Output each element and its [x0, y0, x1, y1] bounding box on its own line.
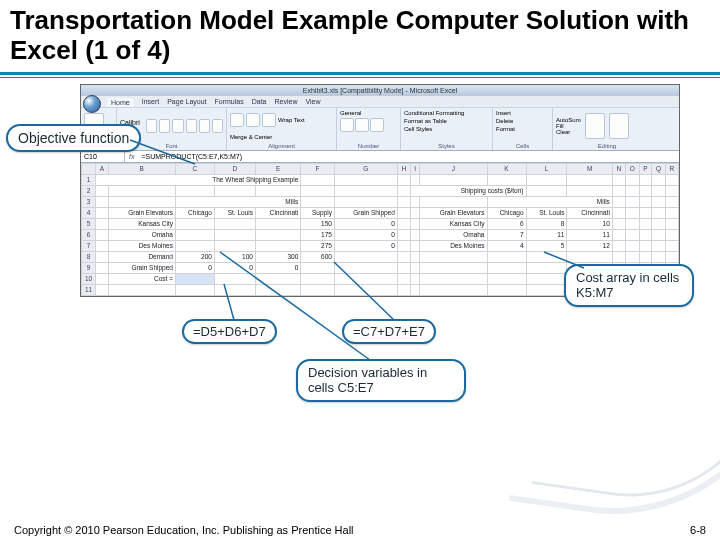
group-editing: Editing — [556, 143, 658, 149]
tab-home[interactable]: Home — [107, 98, 134, 107]
underline-icon[interactable] — [172, 119, 183, 133]
group-styles: Styles — [404, 143, 489, 149]
name-box[interactable]: C10 — [81, 151, 125, 162]
italic-icon[interactable] — [159, 119, 170, 133]
title-rule-thin — [0, 77, 720, 78]
page-number: 6-8 — [690, 524, 706, 536]
cond-format[interactable]: Conditional Formatting — [404, 110, 464, 116]
tab-data[interactable]: Data — [252, 98, 267, 107]
callout-sum-d: =D5+D6+D7 — [182, 319, 277, 344]
fill-color-icon[interactable] — [199, 119, 210, 133]
sort-filter-icon[interactable] — [585, 113, 605, 139]
tab-view[interactable]: View — [305, 98, 320, 107]
format-cells[interactable]: Format — [496, 126, 515, 132]
window-title: Exhibit3.xls [Compatibility Mode] - Micr… — [81, 85, 679, 96]
slide-title: Transportation Model Example Computer So… — [0, 0, 720, 68]
cell-styles[interactable]: Cell Styles — [404, 126, 432, 132]
tab-insert[interactable]: Insert — [142, 98, 160, 107]
align-icon[interactable] — [262, 113, 276, 127]
callout-decision: Decision variables in cells C5:E7 — [296, 359, 466, 402]
formula-input[interactable]: =SUMPRODUCT(C5:E7,K5:M7) — [138, 151, 679, 162]
table-row: 5Kansas City1500Kansas City6810 — [82, 218, 679, 229]
callout-sum-row: =C7+D7+E7 — [342, 319, 436, 344]
group-number: Number — [340, 143, 397, 149]
copyright-text: Copyright © 2010 Pearson Education, Inc.… — [14, 524, 354, 536]
align-icon[interactable] — [230, 113, 244, 127]
bold-icon[interactable] — [146, 119, 157, 133]
ribbon-tabs: Home Insert Page Layout Formulas Data Re… — [81, 96, 679, 107]
font-color-icon[interactable] — [212, 119, 223, 133]
table-row: 4Grain ElevatorsChicagoSt. LouisCincinna… — [82, 207, 679, 218]
number-format[interactable]: General — [340, 110, 361, 116]
delete-cells[interactable]: Delete — [496, 118, 513, 124]
merge-center[interactable]: Merge & Center — [230, 134, 272, 140]
callout-cost-array: Cost array in cells K5:M7 — [564, 264, 694, 307]
office-orb-icon[interactable] — [83, 95, 101, 113]
percent-icon[interactable] — [355, 118, 369, 132]
insert-cells[interactable]: Insert — [496, 110, 511, 116]
callout-objective: Objective function — [6, 124, 141, 152]
clear-btn[interactable]: Clear — [556, 129, 581, 135]
table-row: 2Shipping costs ($/ton) — [82, 185, 679, 196]
table-row: 1The Wheat Shipping Example — [82, 174, 679, 185]
comma-icon[interactable] — [370, 118, 384, 132]
cost-title: Shipping costs ($/ton) — [410, 185, 526, 196]
table-row: 8Demand200100300600 — [82, 251, 679, 262]
tab-review[interactable]: Review — [275, 98, 298, 107]
wrap-text[interactable]: Wrap Text — [278, 117, 305, 123]
table-row: 7Des Moines2750Des Moines4512 — [82, 240, 679, 251]
ribbon: Clipboard Calibri 11 Font — [81, 107, 679, 151]
group-cells: Cells — [496, 143, 549, 149]
find-select-icon[interactable] — [609, 113, 629, 139]
tab-page-layout[interactable]: Page Layout — [167, 98, 206, 107]
slide-footer: Copyright © 2010 Pearson Education, Inc.… — [0, 524, 720, 536]
align-icon[interactable] — [246, 113, 260, 127]
border-icon[interactable] — [186, 119, 197, 133]
table-row: 6Omaha1750Omaha71111 — [82, 229, 679, 240]
tab-formulas[interactable]: Formulas — [215, 98, 244, 107]
title-rule — [0, 72, 720, 75]
table-row: 3MillsMills — [82, 196, 679, 207]
group-alignment: Alignment — [230, 143, 333, 149]
sheet-title: The Wheat Shipping Example — [96, 174, 301, 185]
selected-cell[interactable] — [175, 273, 214, 284]
currency-icon[interactable] — [340, 118, 354, 132]
format-table[interactable]: Format as Table — [404, 118, 447, 124]
fx-icon[interactable]: fx — [125, 153, 138, 160]
formula-bar: C10 fx =SUMPRODUCT(C5:E7,K5:M7) — [81, 151, 679, 163]
